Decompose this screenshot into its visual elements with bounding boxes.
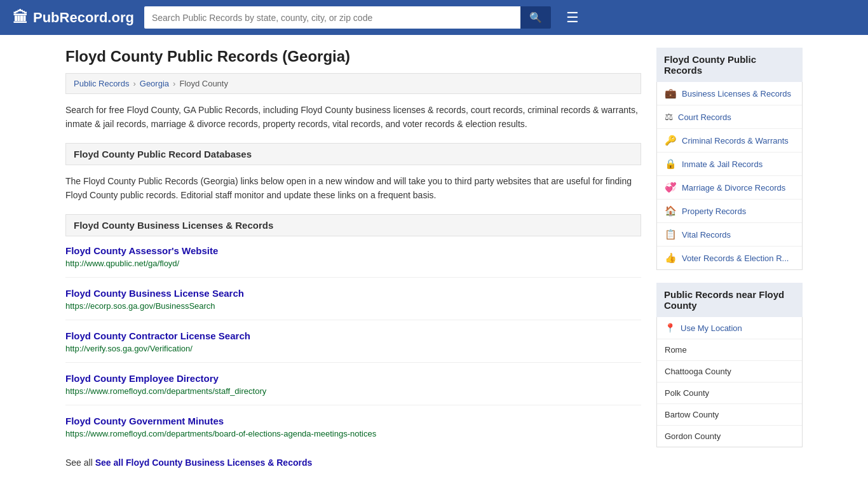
page-title: Floyd County Public Records (Georgia)	[65, 48, 641, 65]
sidebar-record-link-0[interactable]: 💼 Business Licenses & Records	[657, 82, 802, 105]
nearby-place-link-2[interactable]: Chattooga County	[657, 361, 802, 382]
nearby-list-item: Bartow County	[657, 404, 802, 426]
sidebar-record-label-7: Voter Records & Election R...	[682, 254, 789, 263]
sidebar-record-link-7[interactable]: 👍 Voter Records & Election R...	[657, 247, 802, 269]
main-container: Floyd County Public Records (Georgia) Pu…	[53, 35, 815, 480]
sidebar-list-item: 🔒 Inmate & Jail Records	[657, 152, 802, 176]
db-description: The Floyd County Public Records (Georgia…	[65, 174, 641, 203]
nearby-title: Public Records near Floyd County	[656, 283, 803, 317]
sidebar: Floyd County Public Records 💼 Business L…	[656, 48, 803, 468]
record-title-1[interactable]: Floyd County Business License Search	[65, 288, 641, 299]
breadcrumb-georgia[interactable]: Georgia	[140, 79, 169, 88]
nearby-place-link-5[interactable]: Gordon County	[657, 426, 802, 447]
sidebar-record-icon-5: 🏠	[665, 205, 677, 217]
biz-section-header: Floyd County Business Licenses & Records	[65, 214, 641, 236]
record-title-3[interactable]: Floyd County Employee Directory	[65, 373, 641, 384]
sidebar-list-item: 👍 Voter Records & Election R...	[657, 247, 802, 269]
record-title-2[interactable]: Floyd County Contractor License Search	[65, 330, 641, 341]
breadcrumb-public-records[interactable]: Public Records	[74, 79, 129, 88]
sidebar-list-item: ⚖ Court Records	[657, 105, 802, 129]
record-item: Floyd County Contractor License Search h…	[65, 330, 641, 363]
nearby-place-link-3[interactable]: Polk County	[657, 383, 802, 403]
record-url-4[interactable]: https://www.romefloyd.com/departments/bo…	[65, 429, 376, 438]
search-button[interactable]: 🔍	[520, 6, 551, 29]
nearby-place-label-5: Gordon County	[665, 431, 721, 441]
sidebar-record-link-1[interactable]: ⚖ Court Records	[657, 105, 802, 128]
sidebar-record-label-0: Business Licenses & Records	[682, 89, 791, 98]
record-title-4[interactable]: Floyd County Government Minutes	[65, 416, 641, 426]
see-all-link[interactable]: See all Floyd County Business Licenses &…	[95, 458, 313, 468]
breadcrumb-sep-1: ›	[133, 79, 135, 88]
sidebar-list-item: 💞 Marriage & Divorce Records	[657, 176, 802, 200]
nearby-place-label-2: Chattooga County	[665, 367, 731, 376]
sidebar-record-label-4: Marriage & Divorce Records	[682, 183, 785, 193]
nearby-list: 📍 Use My Location Rome Chattooga County …	[656, 317, 803, 447]
sidebar-record-icon-3: 🔒	[665, 158, 677, 170]
nearby-place-link-1[interactable]: Rome	[657, 339, 802, 360]
search-form: 🔍	[144, 6, 551, 29]
nearby-place-link-4[interactable]: Bartow County	[657, 404, 802, 425]
logo-icon: 🏛	[13, 9, 28, 27]
records-list: Floyd County Assessor's Website http://w…	[65, 245, 641, 447]
site-header: 🏛 PubRecord.org 🔍 ☰	[0, 0, 868, 35]
nearby-list-item: Gordon County	[657, 426, 802, 447]
nearby-place-label-1: Rome	[665, 345, 687, 355]
record-url-3[interactable]: https://www.romefloyd.com/departments/st…	[65, 386, 266, 396]
sidebar-record-icon-4: 💞	[665, 182, 677, 193]
record-item: Floyd County Government Minutes https://…	[65, 416, 641, 447]
hamburger-button[interactable]: ☰	[561, 7, 584, 29]
sidebar-record-icon-0: 💼	[665, 88, 677, 99]
db-section-header: Floyd County Public Record Databases	[65, 143, 641, 165]
sidebar-record-link-6[interactable]: 📋 Vital Records	[657, 223, 802, 246]
search-icon: 🔍	[529, 12, 542, 23]
sidebar-record-link-2[interactable]: 🔑 Criminal Records & Warrants	[657, 129, 802, 152]
sidebar-record-label-5: Property Records	[682, 207, 746, 216]
logo[interactable]: 🏛 PubRecord.org	[13, 9, 134, 27]
sidebar-record-icon-6: 📋	[665, 229, 677, 240]
location-icon: 📍	[665, 323, 675, 333]
sidebar-list-item: 🔑 Criminal Records & Warrants	[657, 129, 802, 152]
record-item: Floyd County Employee Directory https://…	[65, 373, 641, 405]
breadcrumb-sep-2: ›	[173, 79, 175, 88]
sidebar-record-label-2: Criminal Records & Warrants	[682, 136, 789, 146]
sidebar-list-item: 💼 Business Licenses & Records	[657, 82, 802, 105]
nearby-list-item: Polk County	[657, 383, 802, 404]
breadcrumb: Public Records › Georgia › Floyd County	[65, 73, 641, 94]
record-item: Floyd County Business License Search htt…	[65, 288, 641, 320]
record-item: Floyd County Assessor's Website http://w…	[65, 245, 641, 278]
content-area: Floyd County Public Records (Georgia) Pu…	[65, 48, 641, 468]
sidebar-record-link-3[interactable]: 🔒 Inmate & Jail Records	[657, 152, 802, 175]
nearby-place-label-4: Bartow County	[665, 410, 719, 419]
nearby-list-item: Chattooga County	[657, 361, 802, 383]
sidebar-record-icon-1: ⚖	[665, 111, 673, 123]
sidebar-list-item: 🏠 Property Records	[657, 200, 802, 223]
search-input[interactable]	[144, 6, 520, 29]
sidebar-public-records-title: Floyd County Public Records	[656, 48, 803, 82]
logo-text: PubRecord.org	[33, 10, 134, 26]
sidebar-record-label-3: Inmate & Jail Records	[682, 159, 763, 169]
page-description: Search for free Floyd County, GA Public …	[65, 103, 641, 132]
use-location-link[interactable]: 📍 Use My Location	[657, 317, 802, 339]
nearby-list-item: Rome	[657, 339, 802, 361]
hamburger-icon: ☰	[566, 10, 579, 25]
breadcrumb-floyd-county: Floyd County	[179, 79, 228, 88]
record-title-0[interactable]: Floyd County Assessor's Website	[65, 245, 641, 256]
sidebar-list-item: 📋 Vital Records	[657, 223, 802, 247]
sidebar-record-link-5[interactable]: 🏠 Property Records	[657, 200, 802, 222]
use-location-label: Use My Location	[681, 323, 742, 333]
sidebar-record-icon-2: 🔑	[665, 135, 677, 146]
sidebar-record-label-1: Court Records	[678, 112, 731, 122]
record-url-0[interactable]: http://www.qpublic.net/ga/floyd/	[65, 259, 179, 268]
sidebar-record-label-6: Vital Records	[682, 230, 731, 240]
nearby-list-item: 📍 Use My Location	[657, 317, 802, 339]
record-url-1[interactable]: https://ecorp.sos.ga.gov/BusinessSearch	[65, 301, 215, 311]
sidebar-records-list: 💼 Business Licenses & Records ⚖ Court Re…	[656, 82, 803, 270]
sidebar-record-icon-7: 👍	[665, 252, 677, 264]
sidebar-record-link-4[interactable]: 💞 Marriage & Divorce Records	[657, 176, 802, 199]
nearby-place-label-3: Polk County	[665, 388, 709, 398]
see-all-container: See all See all Floyd County Business Li…	[65, 458, 641, 468]
record-url-2[interactable]: http://verify.sos.ga.gov/Verification/	[65, 344, 193, 353]
